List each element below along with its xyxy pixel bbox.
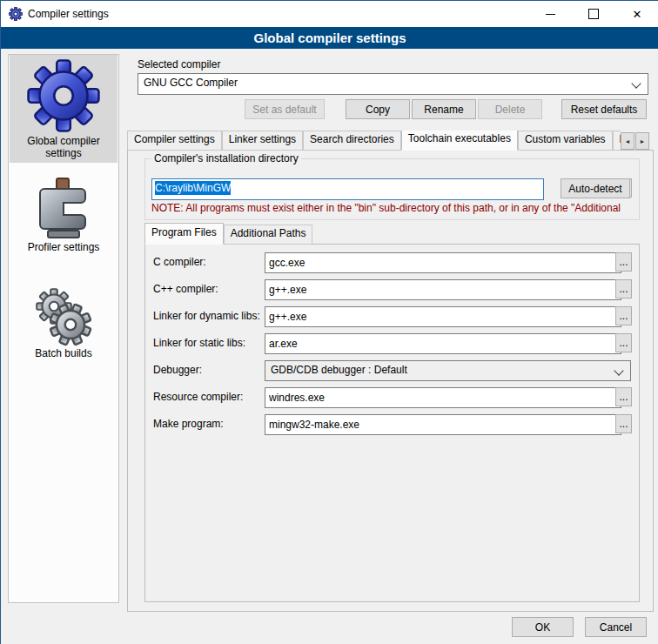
chevron-down-icon	[614, 366, 623, 375]
linker-static-label: Linker for static libs:	[153, 337, 245, 349]
note-text: NOTE: All programs must exist either in …	[151, 202, 633, 214]
make-program-label: Make program:	[153, 418, 224, 430]
window-title: Compiler settings	[28, 8, 109, 20]
tab-linker-settings[interactable]: Linker settings	[222, 131, 303, 151]
program-files-tabstrip: Program Files Additional Paths	[144, 225, 312, 245]
blue-gear-icon	[10, 57, 118, 135]
debugger-value: GDB/CDB debugger : Default	[271, 364, 407, 376]
tab-compiler-settings[interactable]: Compiler settings	[127, 131, 222, 151]
ok-button[interactable]: OK	[512, 617, 574, 637]
selected-compiler-label: Selected compiler	[138, 58, 220, 70]
settings-tabstrip: Compiler settings Linker settings Search…	[127, 131, 621, 151]
close-icon: ✕	[633, 9, 642, 20]
delete-button[interactable]: Delete	[478, 99, 542, 119]
auto-detect-button[interactable]: Auto-detect	[561, 178, 630, 198]
sidebar-item-global-compiler-settings[interactable]: Global compiler settings	[10, 55, 118, 163]
linker-static-browse-button[interactable]: ...	[615, 333, 632, 352]
maximize-button[interactable]	[572, 1, 615, 27]
minimize-button[interactable]	[528, 1, 572, 27]
sidebar-item-label: Profiler settings	[10, 241, 118, 253]
c-compiler-input[interactable]	[265, 252, 621, 273]
installation-directory-input[interactable]: C:\raylib\MinGW	[151, 178, 544, 200]
selected-compiler-value: GNU GCC Compiler	[144, 77, 238, 89]
close-button[interactable]: ✕	[615, 1, 658, 27]
settings-category-sidebar: Global compiler settings	[8, 54, 119, 603]
gray-gears-icon	[10, 286, 118, 347]
resource-compiler-browse-button[interactable]: ...	[615, 387, 632, 406]
linker-static-input[interactable]	[265, 333, 621, 354]
resource-compiler-label: Resource compiler:	[153, 391, 243, 403]
resource-compiler-input[interactable]	[265, 387, 621, 408]
selected-compiler-dropdown[interactable]: GNU GCC Compiler	[138, 73, 648, 95]
tab-build-options[interactable]: Build	[613, 131, 621, 151]
cpp-compiler-browse-button[interactable]: ...	[615, 279, 632, 299]
debugger-select[interactable]: GDB/CDB debugger : Default	[265, 360, 631, 381]
group-title: Compiler's installation directory	[151, 152, 301, 164]
c-compiler-label: C compiler:	[153, 256, 206, 268]
tab-toolchain-executables[interactable]: Toolchain executables	[401, 131, 518, 151]
linker-dynamic-input[interactable]	[265, 306, 621, 327]
make-program-input[interactable]	[265, 414, 621, 435]
sidebar-item-batch-builds[interactable]: Batch builds	[10, 286, 118, 382]
profiler-tool-icon	[10, 175, 118, 241]
chevron-down-icon	[631, 78, 641, 88]
linker-dynamic-label: Linker for dynamic libs:	[153, 310, 260, 322]
make-program-browse-button[interactable]: ...	[615, 414, 632, 433]
app-icon	[9, 7, 23, 21]
arrow-left-icon: ◄	[625, 138, 631, 144]
arrow-right-icon: ►	[640, 138, 646, 144]
tab-scroll-right-button[interactable]: ►	[635, 132, 649, 150]
compiler-settings-window: Compiler settings ✕ Global compiler sett…	[0, 0, 658, 644]
cancel-button[interactable]: Cancel	[585, 617, 647, 637]
tab-program-files[interactable]: Program Files	[144, 223, 224, 245]
titlebar: Compiler settings ✕	[1, 1, 658, 27]
debugger-label: Debugger:	[153, 364, 202, 376]
maximize-icon	[588, 9, 599, 19]
sidebar-item-label: Global compiler settings	[10, 135, 118, 159]
rename-button[interactable]: Rename	[412, 99, 476, 119]
sidebar-item-profiler-settings[interactable]: Profiler settings	[10, 175, 118, 271]
c-compiler-browse-button[interactable]: ...	[615, 252, 632, 272]
linker-dynamic-browse-button[interactable]: ...	[615, 306, 632, 325]
tab-scroll-left-button[interactable]: ◄	[621, 132, 634, 150]
tab-additional-paths[interactable]: Additional Paths	[224, 225, 313, 245]
copy-button[interactable]: Copy	[346, 99, 410, 119]
dialog-header-title: Global compiler settings	[1, 27, 658, 49]
cpp-compiler-label: C++ compiler:	[153, 283, 218, 295]
minimize-icon	[546, 14, 555, 15]
reset-defaults-button[interactable]: Reset defaults	[561, 99, 647, 119]
set-as-default-button[interactable]: Set as default	[245, 99, 325, 119]
sidebar-item-label: Batch builds	[10, 347, 118, 359]
cpp-compiler-input[interactable]	[265, 279, 621, 300]
tab-custom-variables[interactable]: Custom variables	[518, 131, 613, 151]
installation-directory-value: C:\raylib\MinGW	[155, 181, 231, 195]
tab-search-directories[interactable]: Search directories	[303, 131, 401, 151]
